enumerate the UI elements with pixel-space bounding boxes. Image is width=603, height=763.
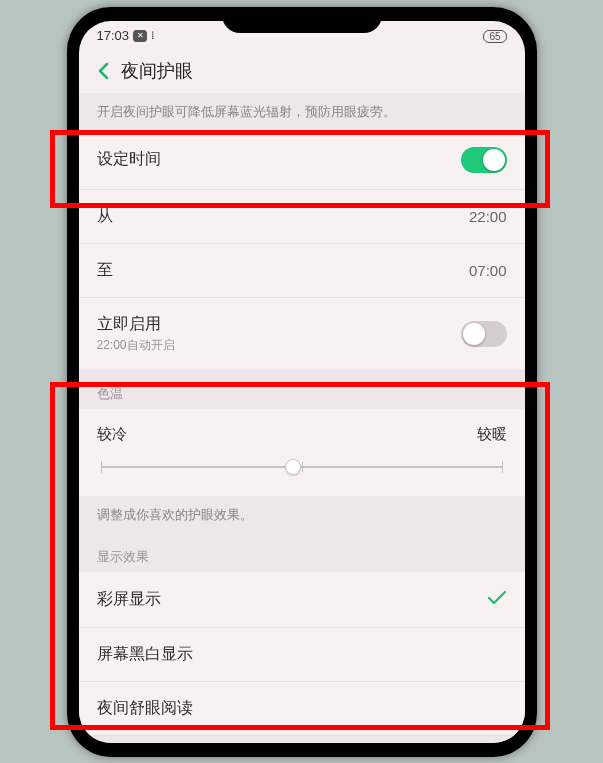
to-label: 至 [97, 260, 469, 281]
status-wifi-icon: ⁞ [151, 29, 155, 42]
color-temp-control: 较冷 较暖 [79, 409, 525, 496]
status-time: 17:03 [97, 28, 130, 43]
back-button[interactable] [93, 61, 113, 81]
set-time-row[interactable]: 设定时间 [79, 131, 525, 190]
color-temp-cold-label: 较冷 [97, 425, 127, 444]
display-effect-section: 显示效果 [79, 534, 525, 572]
to-value: 07:00 [469, 262, 507, 279]
enable-now-label: 立即启用 [97, 314, 461, 335]
set-time-toggle[interactable] [461, 147, 507, 173]
from-time-row[interactable]: 从 22:00 [79, 190, 525, 244]
display-option-bw[interactable]: 屏幕黑白显示 [79, 628, 525, 682]
display-option-label: 夜间舒眼阅读 [97, 698, 507, 719]
display-option-color[interactable]: 彩屏显示 [79, 572, 525, 628]
from-label: 从 [97, 206, 469, 227]
from-value: 22:00 [469, 208, 507, 225]
chevron-left-icon [97, 62, 109, 80]
enable-now-row[interactable]: 立即启用 22:00自动开启 [79, 298, 525, 371]
page-header: 夜间护眼 [79, 51, 525, 93]
color-temp-warm-label: 较暖 [477, 425, 507, 444]
screen: 17:03 ✕ ⁞ 65 夜间护眼 开启夜间护眼可降低屏幕蓝光辐射，预防用眼疲劳… [79, 21, 525, 743]
page-title: 夜间护眼 [121, 59, 193, 83]
display-option-night-read[interactable]: 夜间舒眼阅读 [79, 682, 525, 736]
status-mute-icon: ✕ [133, 30, 147, 42]
battery-indicator: 65 [483, 30, 506, 43]
phone-frame: 17:03 ✕ ⁞ 65 夜间护眼 开启夜间护眼可降低屏幕蓝光辐射，预防用眼疲劳… [67, 7, 537, 757]
page-description: 开启夜间护眼可降低屏幕蓝光辐射，预防用眼疲劳。 [79, 93, 525, 131]
color-temp-section: 色温 [79, 371, 525, 409]
display-option-label: 彩屏显示 [97, 589, 487, 610]
display-effect-hint: 开启彩屏显示，护眼同时保留内容色彩，阅读更真实。 [79, 736, 525, 743]
notch [222, 7, 382, 33]
display-option-label: 屏幕黑白显示 [97, 644, 507, 665]
set-time-label: 设定时间 [97, 149, 461, 170]
to-time-row[interactable]: 至 07:00 [79, 244, 525, 298]
color-temp-hint: 调整成你喜欢的护眼效果。 [79, 496, 525, 534]
enable-now-sub: 22:00自动开启 [97, 337, 461, 354]
check-icon [487, 588, 507, 611]
slider-knob[interactable] [285, 459, 301, 475]
enable-now-toggle[interactable] [461, 321, 507, 347]
color-temp-slider[interactable] [101, 466, 503, 468]
